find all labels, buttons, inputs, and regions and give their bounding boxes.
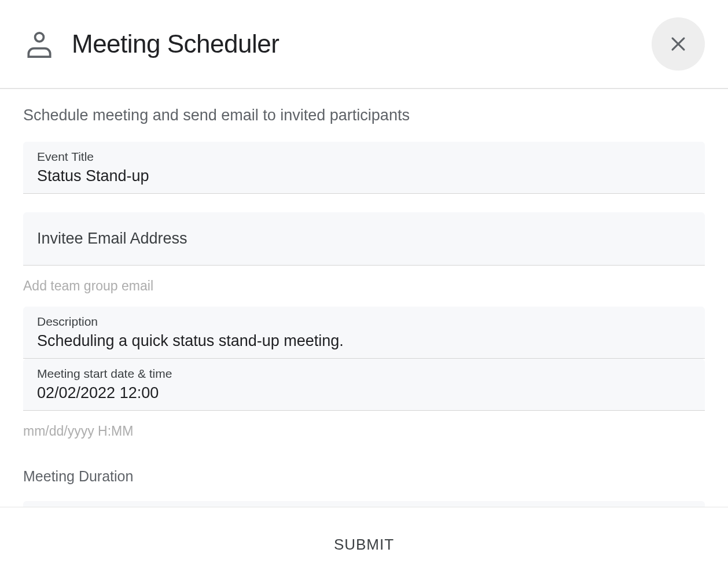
invitee-email-field[interactable]: Invitee Email Address <box>23 212 705 266</box>
header: Meeting Scheduler <box>0 0 728 89</box>
description-label: Description <box>37 315 691 329</box>
start-datetime-field[interactable]: Meeting start date & time <box>23 359 705 411</box>
start-datetime-helper: mm/dd/yyyy H:MM <box>23 423 705 439</box>
header-left: Meeting Scheduler <box>23 28 279 60</box>
duration-label: Meeting Duration <box>23 468 705 485</box>
svg-point-0 <box>35 33 44 42</box>
invitee-email-label: Invitee Email Address <box>37 230 187 248</box>
footer: SUBMIT <box>0 507 728 582</box>
event-title-input[interactable] <box>37 167 691 185</box>
description-input[interactable] <box>37 332 691 350</box>
close-button[interactable] <box>652 17 705 71</box>
close-icon <box>668 34 688 54</box>
person-icon <box>23 28 56 60</box>
invitee-email-helper: Add team group email <box>23 278 705 294</box>
event-title-label: Event Title <box>37 150 691 164</box>
form-content: Schedule meeting and send email to invit… <box>0 89 728 509</box>
form-subtitle: Schedule meeting and send email to invit… <box>23 106 705 124</box>
page-title: Meeting Scheduler <box>72 30 279 58</box>
submit-button[interactable]: SUBMIT <box>311 523 417 566</box>
description-field[interactable]: Description <box>23 307 705 359</box>
start-datetime-label: Meeting start date & time <box>37 367 691 381</box>
start-datetime-input[interactable] <box>37 384 691 402</box>
event-title-field[interactable]: Event Title <box>23 142 705 194</box>
